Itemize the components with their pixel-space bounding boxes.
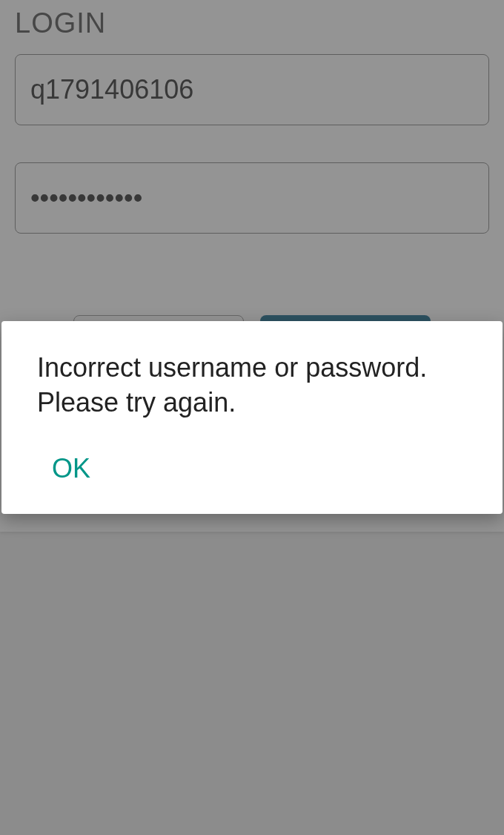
ok-button[interactable]: OK (37, 446, 105, 492)
error-dialog: Incorrect username or password. Please t… (1, 321, 503, 515)
modal-overlay: Incorrect username or password. Please t… (0, 0, 504, 835)
dialog-message: Incorrect username or password. Please t… (37, 351, 467, 420)
